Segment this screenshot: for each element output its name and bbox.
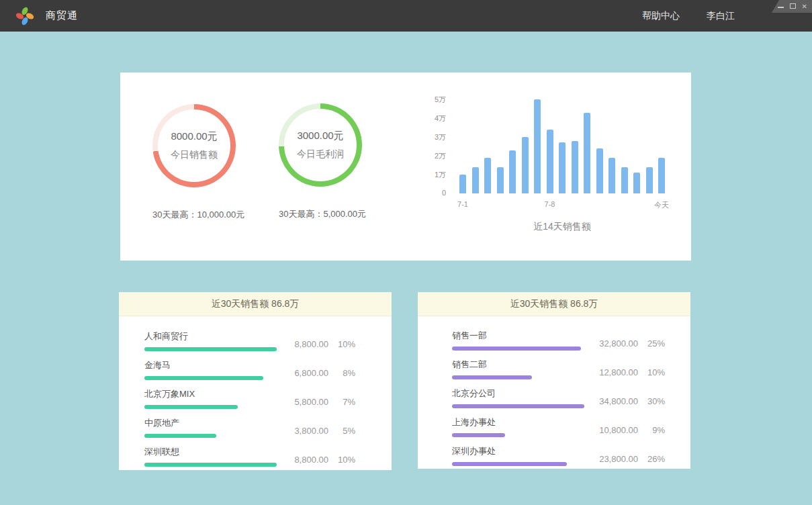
rank-row-bar xyxy=(452,433,505,437)
bar[interactable] xyxy=(459,175,466,193)
rank-row: 销售一部 32,800.0025% xyxy=(452,330,665,351)
rank-row-percent: 25% xyxy=(638,338,665,349)
bar[interactable] xyxy=(472,167,479,193)
rank-row-amount: 32,800.00 xyxy=(587,338,638,349)
bar-series xyxy=(459,95,665,193)
app-logo-icon xyxy=(15,6,35,26)
rank-row-percent: 7% xyxy=(328,397,355,407)
gauge-value: 3000.00元 xyxy=(297,130,343,142)
app-title: 商贸通 xyxy=(46,9,78,22)
gauge-label: 今日毛利润 xyxy=(297,148,344,160)
rank-row-bar xyxy=(144,405,238,409)
bar[interactable] xyxy=(522,137,529,193)
rank-row: 金海马 6,800.008% xyxy=(144,359,355,380)
gauge-today-profit: 3000.00元 今日毛利润 30天最高：5,000.00元 xyxy=(279,103,362,220)
y-tick-label: 1万 xyxy=(426,170,446,180)
user-menu[interactable]: 李白江 xyxy=(707,10,735,22)
rank-row: 中原地产 3,800.005% xyxy=(144,417,355,438)
bar[interactable] xyxy=(658,158,665,193)
rank-row: 人和商贸行 8,800.0010% xyxy=(144,330,355,351)
bar[interactable] xyxy=(509,150,516,193)
bar[interactable] xyxy=(497,167,504,193)
rank-row-bar xyxy=(452,375,532,379)
rank-row-percent: 10% xyxy=(638,367,665,377)
department-sales-rank-card: 近30天销售额 86.8万 销售一部 32,800.0025% 销售二部 12,… xyxy=(418,292,690,469)
rank-rows: 人和商贸行 8,800.0010% 金海马 6,800.008% 北京万象MIX… xyxy=(119,316,392,467)
gauge-30d-max: 30天最高：10,000.00元 xyxy=(152,209,236,221)
rank-row-values: 12,800.0010% xyxy=(587,367,665,377)
rank-row-amount: 10,800.00 xyxy=(587,425,638,435)
rank-row: 上海办事处 10,800.009% xyxy=(452,416,665,437)
rank-row-amount: 3,800.00 xyxy=(277,426,328,436)
bar[interactable] xyxy=(621,167,628,193)
overview-card: 8000.00元 今日销售额 30天最高：10,000.00元 3000.00元… xyxy=(120,73,691,261)
gauge-center: 8000.00元 今日销售额 xyxy=(158,109,230,182)
bar[interactable] xyxy=(572,141,578,193)
titlebar: 商贸通 帮助中心 李白江 ✕ xyxy=(0,0,812,32)
bar[interactable] xyxy=(484,158,491,193)
window-controls: ✕ xyxy=(772,0,812,13)
bar[interactable] xyxy=(559,142,566,193)
rank-row-percent: 26% xyxy=(638,454,665,464)
rank-row-values: 8,800.0010% xyxy=(277,339,355,349)
rank-row-values: 8,800.0010% xyxy=(277,455,355,465)
rank-row-percent: 10% xyxy=(328,455,355,465)
bar[interactable] xyxy=(534,99,541,193)
rank-row-percent: 10% xyxy=(328,339,355,349)
gauge-value: 8000.00元 xyxy=(171,130,217,143)
gauge-label: 今日销售额 xyxy=(171,149,218,161)
bar[interactable] xyxy=(596,148,603,193)
bar[interactable] xyxy=(547,130,553,193)
minimize-icon[interactable] xyxy=(778,3,784,10)
rank-row-percent: 30% xyxy=(638,396,665,406)
rank-row: 北京万象MIX 5,800.007% xyxy=(144,388,355,409)
rank-row-amount: 12,800.00 xyxy=(587,367,638,377)
y-tick-label: 0 xyxy=(426,189,446,197)
bar[interactable] xyxy=(646,167,653,193)
rank-row-amount: 23,800.00 xyxy=(587,454,638,464)
rank-row-values: 34,800.0030% xyxy=(587,396,665,406)
y-tick-label: 5万 xyxy=(426,95,446,105)
gauge-ring: 3000.00元 今日毛利润 xyxy=(279,103,362,187)
help-center-link[interactable]: 帮助中心 xyxy=(642,10,680,22)
rank-row-percent: 5% xyxy=(328,426,355,436)
x-tick-label: 今天 xyxy=(654,200,669,210)
x-tick-label: 7-1 xyxy=(457,200,468,208)
gauge-30d-max: 30天最高：5,000.00元 xyxy=(279,208,362,220)
rank-row-amount: 8,800.00 xyxy=(277,339,328,349)
rank-row-amount: 8,800.00 xyxy=(277,455,328,465)
rank-row-bar xyxy=(144,463,277,467)
rank-card-title: 近30天销售额 86.8万 xyxy=(119,292,392,316)
x-tick-label: 7-8 xyxy=(545,200,555,208)
rank-row-amount: 34,800.00 xyxy=(587,396,638,406)
gauge-center: 3000.00元 今日毛利润 xyxy=(284,109,357,181)
rank-row-percent: 9% xyxy=(638,425,665,435)
bar[interactable] xyxy=(608,158,615,193)
maximize-icon[interactable] xyxy=(790,3,796,10)
rank-row-bar xyxy=(144,434,216,438)
customer-sales-rank-card: 近30天销售额 86.8万 人和商贸行 8,800.0010% 金海马 6,80… xyxy=(119,292,392,470)
gauge-today-sales: 8000.00元 今日销售额 30天最高：10,000.00元 xyxy=(152,104,236,221)
rank-row-values: 23,800.0026% xyxy=(587,454,665,464)
rank-row-bar xyxy=(144,376,263,380)
sales-14d-chart: 5万4万3万2万1万0 7-17-8今天 近14天销售额 xyxy=(426,73,681,247)
y-tick-label: 3万 xyxy=(426,132,446,142)
rank-row-values: 6,800.008% xyxy=(277,368,355,378)
rank-row-bar xyxy=(452,462,567,466)
rank-row-bar xyxy=(452,347,581,351)
rank-rows: 销售一部 32,800.0025% 销售二部 12,800.0010% 北京分公… xyxy=(418,316,690,466)
bar[interactable] xyxy=(584,113,590,193)
y-tick-label: 2万 xyxy=(426,151,446,161)
x-axis-labels: 7-17-8今天 xyxy=(459,200,665,210)
rank-row-bar xyxy=(144,347,277,351)
rank-row-percent: 8% xyxy=(328,368,355,378)
rank-row: 深圳联想 8,800.0010% xyxy=(144,446,355,467)
close-icon[interactable]: ✕ xyxy=(802,3,807,10)
rank-row-amount: 6,800.00 xyxy=(277,368,328,378)
chart-title: 近14天销售额 xyxy=(459,221,665,233)
gauge-ring: 8000.00元 今日销售额 xyxy=(152,104,236,187)
rank-row-values: 32,800.0025% xyxy=(587,338,665,349)
rank-card-title: 近30天销售额 86.8万 xyxy=(418,292,690,316)
rank-row-values: 10,800.009% xyxy=(587,425,665,435)
bar[interactable] xyxy=(633,173,640,193)
